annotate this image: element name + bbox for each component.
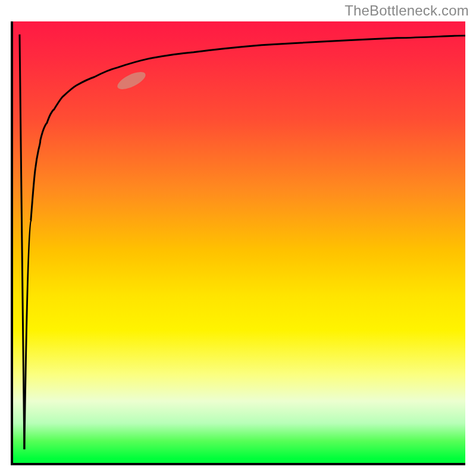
chart-container: TheBottleneck.com: [0, 0, 476, 476]
marker-pill: [115, 68, 148, 93]
bottleneck-curve-line: [24, 36, 465, 449]
attribution-text: TheBottleneck.com: [345, 2, 469, 19]
initial-drop-line: [20, 35, 24, 449]
plot-area: [11, 21, 465, 465]
svg-point-0: [115, 68, 148, 93]
curve-layer: [13, 21, 465, 463]
